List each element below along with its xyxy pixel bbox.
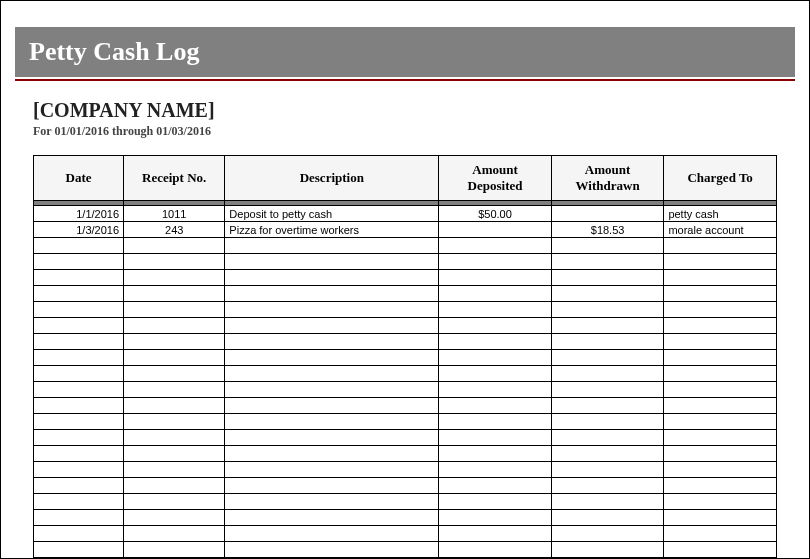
cell-empty[interactable] — [439, 430, 552, 446]
cell-empty[interactable] — [124, 334, 225, 350]
cell-empty[interactable] — [124, 398, 225, 414]
cell-deposited[interactable] — [439, 222, 552, 238]
cell-empty[interactable] — [664, 286, 777, 302]
cell-empty[interactable] — [664, 510, 777, 526]
cell-empty[interactable] — [124, 542, 225, 558]
cell-empty[interactable] — [124, 350, 225, 366]
cell-empty[interactable] — [124, 382, 225, 398]
cell-empty[interactable] — [124, 494, 225, 510]
cell-empty[interactable] — [124, 366, 225, 382]
cell-empty[interactable] — [439, 510, 552, 526]
cell-empty[interactable] — [551, 318, 664, 334]
cell-empty[interactable] — [225, 526, 439, 542]
cell-empty[interactable] — [225, 430, 439, 446]
cell-empty[interactable] — [551, 238, 664, 254]
cell-empty[interactable] — [34, 270, 124, 286]
cell-empty[interactable] — [664, 478, 777, 494]
cell-empty[interactable] — [551, 286, 664, 302]
cell-empty[interactable] — [124, 302, 225, 318]
cell-empty[interactable] — [34, 286, 124, 302]
cell-empty[interactable] — [124, 446, 225, 462]
cell-empty[interactable] — [551, 350, 664, 366]
cell-charged[interactable]: petty cash — [664, 206, 777, 222]
cell-empty[interactable] — [551, 494, 664, 510]
cell-empty[interactable] — [34, 254, 124, 270]
cell-empty[interactable] — [551, 366, 664, 382]
cell-empty[interactable] — [551, 430, 664, 446]
cell-empty[interactable] — [225, 398, 439, 414]
cell-empty[interactable] — [225, 350, 439, 366]
cell-date[interactable]: 1/1/2016 — [34, 206, 124, 222]
cell-empty[interactable] — [551, 302, 664, 318]
cell-withdrawn[interactable]: $18.53 — [551, 222, 664, 238]
cell-empty[interactable] — [34, 462, 124, 478]
cell-empty[interactable] — [124, 510, 225, 526]
cell-empty[interactable] — [124, 238, 225, 254]
cell-empty[interactable] — [439, 318, 552, 334]
cell-empty[interactable] — [225, 446, 439, 462]
cell-empty[interactable] — [124, 478, 225, 494]
cell-empty[interactable] — [34, 414, 124, 430]
cell-empty[interactable] — [439, 462, 552, 478]
cell-empty[interactable] — [439, 350, 552, 366]
cell-empty[interactable] — [664, 414, 777, 430]
cell-empty[interactable] — [664, 526, 777, 542]
cell-empty[interactable] — [225, 238, 439, 254]
cell-empty[interactable] — [34, 478, 124, 494]
cell-empty[interactable] — [551, 510, 664, 526]
cell-empty[interactable] — [225, 462, 439, 478]
cell-empty[interactable] — [664, 238, 777, 254]
cell-empty[interactable] — [225, 302, 439, 318]
cell-empty[interactable] — [34, 382, 124, 398]
cell-empty[interactable] — [225, 270, 439, 286]
cell-empty[interactable] — [439, 526, 552, 542]
cell-empty[interactable] — [124, 430, 225, 446]
cell-empty[interactable] — [439, 302, 552, 318]
cell-empty[interactable] — [439, 414, 552, 430]
cell-empty[interactable] — [124, 526, 225, 542]
cell-empty[interactable] — [225, 510, 439, 526]
cell-empty[interactable] — [551, 462, 664, 478]
cell-empty[interactable] — [664, 254, 777, 270]
cell-empty[interactable] — [664, 382, 777, 398]
cell-empty[interactable] — [551, 382, 664, 398]
cell-empty[interactable] — [664, 270, 777, 286]
cell-empty[interactable] — [664, 350, 777, 366]
cell-empty[interactable] — [551, 526, 664, 542]
cell-empty[interactable] — [551, 542, 664, 558]
cell-empty[interactable] — [124, 318, 225, 334]
cell-empty[interactable] — [664, 446, 777, 462]
cell-empty[interactable] — [225, 318, 439, 334]
cell-empty[interactable] — [225, 542, 439, 558]
cell-empty[interactable] — [439, 478, 552, 494]
cell-empty[interactable] — [551, 446, 664, 462]
cell-empty[interactable] — [34, 526, 124, 542]
cell-empty[interactable] — [439, 254, 552, 270]
cell-withdrawn[interactable] — [551, 206, 664, 222]
cell-description[interactable]: Deposit to petty cash — [225, 206, 439, 222]
cell-empty[interactable] — [124, 286, 225, 302]
cell-empty[interactable] — [439, 382, 552, 398]
cell-empty[interactable] — [551, 414, 664, 430]
cell-empty[interactable] — [124, 254, 225, 270]
cell-empty[interactable] — [34, 446, 124, 462]
cell-empty[interactable] — [439, 286, 552, 302]
cell-empty[interactable] — [664, 542, 777, 558]
cell-empty[interactable] — [225, 286, 439, 302]
cell-empty[interactable] — [124, 462, 225, 478]
cell-empty[interactable] — [664, 398, 777, 414]
cell-empty[interactable] — [225, 366, 439, 382]
cell-empty[interactable] — [225, 414, 439, 430]
cell-empty[interactable] — [551, 270, 664, 286]
cell-empty[interactable] — [34, 398, 124, 414]
cell-description[interactable]: Pizza for overtime workers — [225, 222, 439, 238]
cell-empty[interactable] — [124, 270, 225, 286]
cell-empty[interactable] — [439, 542, 552, 558]
cell-empty[interactable] — [34, 318, 124, 334]
cell-empty[interactable] — [225, 494, 439, 510]
cell-empty[interactable] — [439, 366, 552, 382]
cell-empty[interactable] — [34, 334, 124, 350]
cell-empty[interactable] — [664, 302, 777, 318]
cell-empty[interactable] — [439, 446, 552, 462]
cell-empty[interactable] — [34, 302, 124, 318]
